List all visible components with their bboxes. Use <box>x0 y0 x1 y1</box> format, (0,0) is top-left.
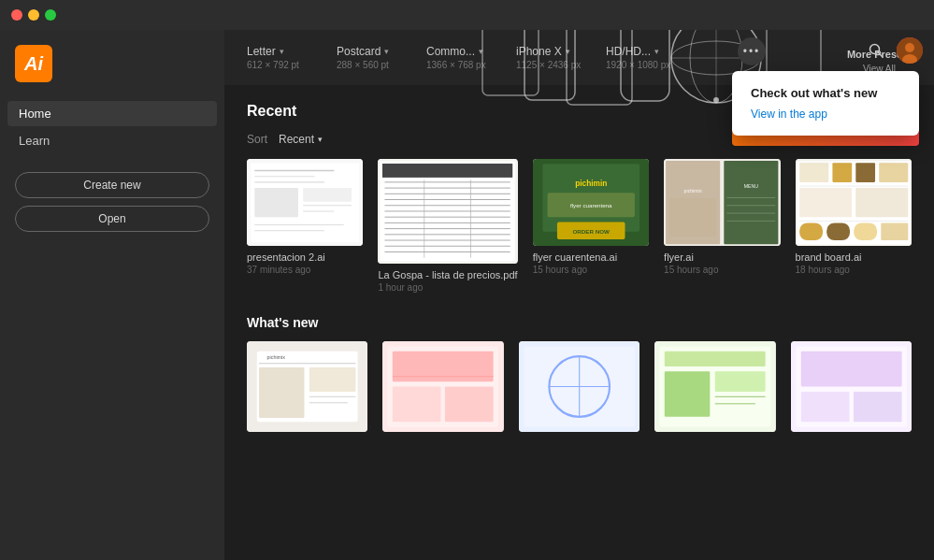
chevron-down-icon: ▾ <box>280 47 284 56</box>
sort-dropdown[interactable]: Recent ▾ <box>279 133 323 146</box>
top-bar <box>852 30 934 71</box>
svg-point-3 <box>905 43 914 52</box>
svg-rect-105 <box>665 371 711 417</box>
whats-new-grid: pichimix <box>247 341 912 432</box>
open-button[interactable]: Open <box>15 206 209 232</box>
svg-rect-28 <box>254 188 298 217</box>
whats-new-thumb-4 <box>654 341 775 432</box>
file-name-flyer: flyer.ai <box>664 251 780 263</box>
menu-dots-button[interactable]: ••• <box>738 37 766 65</box>
svg-rect-81 <box>854 223 877 240</box>
preset-iphone-label: iPhone X <box>516 45 562 58</box>
whats-new-thumb-1: pichimix <box>247 341 367 432</box>
create-new-button[interactable]: Create new <box>15 172 209 198</box>
view-in-app-link[interactable]: View in the app <box>751 108 900 121</box>
svg-text:ORDER NOW: ORDER NOW <box>572 228 610 235</box>
preset-common-label: Commo... <box>426 45 475 58</box>
file-thumbnail-presentacion <box>247 159 363 246</box>
chevron-down-icon: ▾ <box>318 135 323 144</box>
search-icon <box>869 43 884 58</box>
sidebar-buttons: Create new Open <box>0 172 224 232</box>
svg-text:flyer cuarentena: flyer cuarentena <box>570 202 612 208</box>
svg-rect-76 <box>799 188 852 217</box>
avatar[interactable] <box>897 37 923 64</box>
svg-rect-111 <box>800 352 901 387</box>
close-button[interactable] <box>11 9 22 21</box>
search-button[interactable] <box>863 37 889 64</box>
menu-dots-icon: ••• <box>743 45 761 58</box>
whats-new-thumb-2 <box>382 341 503 432</box>
file-name-brand-board: brand board.ai <box>796 251 912 263</box>
preset-hd-label: HD/HD... <box>606 45 651 58</box>
whats-new-item-3[interactable] <box>519 341 639 432</box>
preset-tab-letter[interactable]: Letter ▾ 612 × 792 pt <box>247 45 322 70</box>
svg-rect-106 <box>715 371 766 392</box>
file-thumbnail-flyer-cuarentena: pichimin flyer cuarentena ORDER NOW <box>533 159 649 246</box>
file-item-flyer[interactable]: pichimin MENU flyer.ai 15 hours ago <box>664 159 780 293</box>
file-time-presentacion: 37 minutes ago <box>247 265 363 275</box>
file-name-flyer-cuarentena: flyer cuarentena.ai <box>533 251 649 263</box>
svg-rect-71 <box>799 163 828 182</box>
new-doc-header: Letter ▾ 612 × 792 pt Postcard ▾ 288 × 5… <box>224 30 934 85</box>
file-name-presentacion: presentacion 2.ai <box>247 251 363 263</box>
preset-letter-label: Letter <box>247 45 276 58</box>
thumb-svg-flyer: pichimin MENU <box>664 159 780 246</box>
preset-tab-hd[interactable]: HD/HD... ▾ 1920 × 1080 px <box>606 45 681 70</box>
sort-value: Recent <box>279 133 314 146</box>
svg-rect-93 <box>393 352 494 381</box>
svg-rect-113 <box>853 392 901 422</box>
svg-rect-94 <box>393 386 441 422</box>
svg-rect-36 <box>382 164 512 178</box>
svg-rect-79 <box>799 223 823 240</box>
whats-new-item-2[interactable] <box>382 341 503 432</box>
file-item-flyer-cuarentena[interactable]: pichimin flyer cuarentena ORDER NOW flye… <box>533 159 649 293</box>
sort-label: Sort <box>247 133 267 146</box>
preset-letter-dims: 612 × 792 pt <box>247 60 322 70</box>
file-item-presentacion[interactable]: presentacion 2.ai 37 minutes ago <box>247 159 363 293</box>
file-thumbnail-flyer: pichimin MENU <box>664 159 780 246</box>
thumb-svg-flyer-cuarentena: pichimin flyer cuarentena ORDER NOW <box>533 159 649 246</box>
whats-new-item-5[interactable] <box>791 341 912 432</box>
thumb-svg-presentacion <box>247 159 363 246</box>
chevron-down-icon: ▾ <box>566 47 570 56</box>
sidebar-item-learn[interactable]: Learn <box>7 128 217 153</box>
whats-new-thumb-3 <box>519 341 639 432</box>
minimize-button[interactable] <box>28 9 39 21</box>
svg-rect-73 <box>855 163 875 182</box>
svg-rect-88 <box>309 367 356 392</box>
app-container: Ai Home Learn Create new Open <box>0 30 934 560</box>
preset-tab-iphone[interactable]: iPhone X ▾ 1125 × 2436 px <box>516 45 591 70</box>
files-grid: presentacion 2.ai 37 minutes ago <box>247 159 912 293</box>
file-time-flyer-cuarentena: 15 hours ago <box>533 265 649 275</box>
svg-text:pichimix: pichimix <box>267 354 286 360</box>
maximize-button[interactable] <box>45 9 56 21</box>
thumb-svg-brand-board <box>796 159 912 246</box>
whats-new-item-4[interactable] <box>654 341 775 432</box>
whats-new-thumb-5 <box>791 341 912 432</box>
svg-line-1 <box>879 53 883 57</box>
whats-new-section: What's new pichimix <box>224 308 934 447</box>
preset-postcard-dims: 288 × 560 pt <box>337 60 411 70</box>
file-thumbnail-brand-board <box>796 159 912 246</box>
svg-rect-61 <box>724 161 778 244</box>
sidebar-item-home[interactable]: Home <box>7 101 217 126</box>
svg-rect-82 <box>881 223 908 240</box>
svg-rect-72 <box>832 163 852 182</box>
whats-new-item-1[interactable]: pichimix <box>247 341 367 432</box>
svg-rect-104 <box>665 352 766 366</box>
file-time-brand-board: 18 hours ago <box>796 265 912 275</box>
svg-rect-77 <box>855 188 908 217</box>
preset-common-dims: 1366 × 768 px <box>426 60 501 70</box>
preset-tab-postcard[interactable]: Postcard ▾ 288 × 560 pt <box>337 45 411 70</box>
sort-controls: Sort Recent ▾ <box>247 133 323 146</box>
sidebar: Ai Home Learn Create new Open <box>0 30 224 560</box>
file-thumbnail-gospa <box>378 159 517 264</box>
file-item-gospa[interactable]: La Gospa - lista de precios.pdf 1 hour a… <box>378 159 517 293</box>
svg-text:MENU: MENU <box>744 183 758 189</box>
preset-tab-common[interactable]: Commo... ▾ 1366 × 768 px <box>426 45 501 70</box>
whats-new-popup: Check out what's new View in the app <box>732 71 919 136</box>
svg-rect-63 <box>669 197 716 236</box>
svg-rect-95 <box>445 386 494 422</box>
file-item-brand-board[interactable]: brand board.ai 18 hours ago <box>796 159 912 293</box>
file-time-gospa: 1 hour ago <box>378 282 517 293</box>
